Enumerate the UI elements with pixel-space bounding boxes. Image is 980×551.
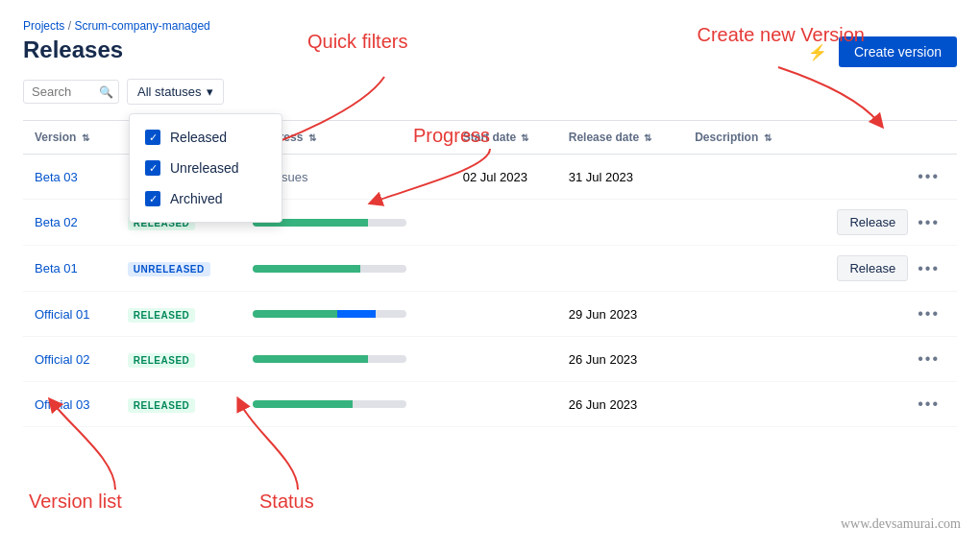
col-header-release-date[interactable]: Release date ⇅ bbox=[557, 121, 683, 155]
progress-gray-segment bbox=[368, 355, 406, 363]
page-title: Releases bbox=[23, 36, 123, 63]
create-version-button[interactable]: Create version bbox=[839, 36, 957, 67]
cell-release-date bbox=[557, 246, 683, 292]
cell-start-date bbox=[452, 200, 557, 246]
cell-description bbox=[683, 155, 801, 200]
progress-bar bbox=[253, 400, 406, 408]
progress-gray-segment bbox=[376, 310, 406, 318]
sort-icon-progress: ⇅ bbox=[308, 132, 316, 143]
status-filter-dropdown: ✓ Released ✓ Unreleased ✓ Archived bbox=[129, 113, 282, 223]
watermark: www.devsamurai.com bbox=[841, 516, 961, 532]
col-header-description[interactable]: Description ⇅ bbox=[683, 121, 801, 155]
cell-progress bbox=[241, 382, 451, 427]
cell-actions: Release••• bbox=[801, 246, 957, 292]
cell-version: Beta 02 bbox=[23, 200, 116, 246]
status-badge: UNRELEASED bbox=[128, 262, 210, 276]
cell-status: RELEASED bbox=[116, 337, 241, 382]
version-link[interactable]: Official 01 bbox=[35, 307, 90, 322]
cell-actions: ••• bbox=[801, 155, 957, 200]
page-wrapper: Quick filters Progress Create new Versio… bbox=[0, 0, 980, 551]
chevron-down-icon: ▾ bbox=[207, 84, 213, 99]
sort-icon-release: ⇅ bbox=[644, 132, 651, 143]
cell-actions: ••• bbox=[801, 292, 957, 337]
dropdown-label-unreleased: Unreleased bbox=[170, 160, 239, 176]
version-link[interactable]: Beta 03 bbox=[35, 170, 78, 184]
progress-green-segment bbox=[253, 355, 368, 363]
more-options-button[interactable]: ••• bbox=[912, 392, 945, 417]
progress-green-segment bbox=[253, 265, 360, 273]
checkbox-archived[interactable]: ✓ bbox=[145, 191, 160, 206]
status-badge: RELEASED bbox=[128, 308, 195, 323]
progress-gray-segment bbox=[360, 265, 406, 273]
cell-description bbox=[683, 200, 801, 246]
dropdown-item-archived[interactable]: ✓ Archived bbox=[130, 183, 282, 214]
cell-status: UNRELEASED bbox=[116, 246, 241, 292]
lightning-icon-btn[interactable]: ⚡ bbox=[804, 39, 831, 65]
more-options-button[interactable]: ••• bbox=[912, 164, 945, 189]
cell-version: Beta 03 bbox=[23, 155, 116, 200]
sort-icon-desc: ⇅ bbox=[764, 132, 772, 143]
dropdown-item-released[interactable]: ✓ Released bbox=[130, 122, 282, 153]
sort-icon-start: ⇅ bbox=[521, 132, 528, 143]
breadcrumb-projects[interactable]: Projects bbox=[23, 19, 64, 33]
actions-cell: ••• bbox=[813, 301, 945, 326]
col-header-version[interactable]: Version ⇅ bbox=[23, 121, 116, 155]
filter-status-button[interactable]: All statuses ▾ bbox=[127, 79, 224, 105]
progress-green-segment bbox=[253, 400, 353, 408]
cell-release-date: 26 Jun 2023 bbox=[557, 382, 683, 427]
more-options-button[interactable]: ••• bbox=[912, 301, 945, 326]
cell-actions: ••• bbox=[801, 382, 957, 427]
breadcrumb: Projects / Scrum-company-managed bbox=[23, 19, 957, 33]
release-button[interactable]: Release bbox=[837, 209, 908, 235]
progress-blue-segment bbox=[337, 310, 376, 318]
cell-release-date: 31 Jul 2023 bbox=[557, 155, 683, 200]
checkbox-released[interactable]: ✓ bbox=[145, 130, 160, 145]
dropdown-label-archived: Archived bbox=[170, 191, 222, 206]
cell-start-date bbox=[452, 337, 557, 382]
dropdown-label-released: Released bbox=[170, 130, 227, 145]
cell-release-date bbox=[557, 200, 683, 246]
cell-status: RELEASED bbox=[116, 382, 241, 427]
more-options-button[interactable]: ••• bbox=[912, 347, 945, 371]
dropdown-item-unreleased[interactable]: ✓ Unreleased bbox=[130, 153, 282, 183]
version-link[interactable]: Beta 02 bbox=[35, 215, 78, 229]
top-bar: Releases ⚡ Create version bbox=[23, 36, 957, 79]
cell-version: Official 02 bbox=[23, 337, 116, 382]
annotation-status: Status bbox=[259, 491, 314, 513]
cell-status: RELEASED bbox=[116, 292, 241, 337]
version-link[interactable]: Official 02 bbox=[35, 352, 90, 367]
progress-bar bbox=[253, 265, 406, 273]
version-link[interactable]: Beta 01 bbox=[35, 261, 78, 276]
progress-gray-segment bbox=[368, 219, 406, 227]
search-input[interactable] bbox=[32, 84, 99, 99]
annotation-version-list: Version list bbox=[29, 491, 122, 513]
sort-icon-version: ⇅ bbox=[82, 132, 89, 143]
actions-cell: Release••• bbox=[813, 255, 945, 281]
col-header-actions bbox=[801, 121, 957, 155]
cell-description bbox=[683, 382, 801, 427]
progress-green-segment bbox=[253, 310, 337, 318]
cell-release-date: 29 Jun 2023 bbox=[557, 292, 683, 337]
cell-version: Official 01 bbox=[23, 292, 116, 337]
search-box[interactable]: 🔍 bbox=[23, 80, 119, 104]
checkbox-unreleased[interactable]: ✓ bbox=[145, 160, 160, 176]
col-header-start-date[interactable]: Start date ⇅ bbox=[452, 121, 557, 155]
actions-cell: Release••• bbox=[813, 209, 945, 235]
release-button[interactable]: Release bbox=[837, 255, 908, 281]
more-options-button[interactable]: ••• bbox=[912, 210, 945, 235]
cell-start-date: 02 Jul 2023 bbox=[452, 155, 557, 200]
breadcrumb-project[interactable]: Scrum-company-managed bbox=[74, 19, 209, 33]
cell-progress bbox=[241, 292, 451, 337]
progress-gray-segment bbox=[353, 400, 406, 408]
more-options-button[interactable]: ••• bbox=[912, 256, 945, 281]
cell-progress bbox=[241, 337, 451, 382]
filter-label: All statuses bbox=[137, 84, 201, 99]
actions-cell: ••• bbox=[813, 164, 945, 189]
cell-description bbox=[683, 337, 801, 382]
table-row: Beta 01UNRELEASEDRelease••• bbox=[23, 246, 957, 292]
table-row: Official 01RELEASED29 Jun 2023••• bbox=[23, 292, 957, 337]
cell-start-date bbox=[452, 292, 557, 337]
version-link[interactable]: Official 03 bbox=[35, 397, 90, 412]
table-row: Official 02RELEASED26 Jun 2023••• bbox=[23, 337, 957, 382]
cell-version: Beta 01 bbox=[23, 246, 116, 292]
